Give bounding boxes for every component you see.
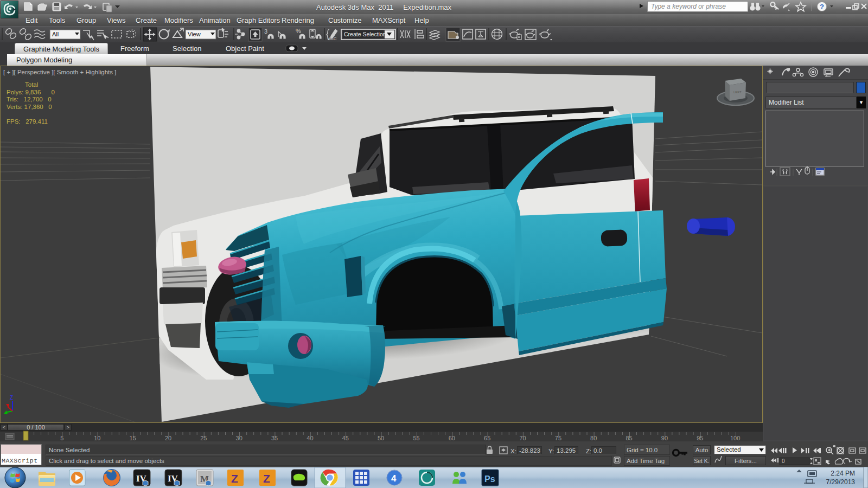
svg-text:LEFT: LEFT [733,91,742,94]
svg-text:60: 60 [449,435,455,441]
svg-text:45: 45 [342,435,349,441]
svg-text:85: 85 [626,435,633,441]
svg-text:0: 0 [782,458,785,464]
svg-text:25: 25 [200,435,207,441]
svg-text:90: 90 [661,435,668,441]
svg-text:50: 50 [378,435,384,441]
svg-text:4: 4 [391,473,397,484]
svg-text:40: 40 [307,435,313,441]
svg-text:80: 80 [590,435,597,441]
svg-text:3: 3 [264,28,267,35]
svg-text:35: 35 [271,435,278,441]
svg-text:55: 55 [413,435,419,441]
svg-text:Z: Z [10,395,13,401]
svg-text:%: % [296,28,301,34]
svg-text:All: All [52,31,59,37]
svg-text:Z: Z [231,472,238,485]
svg-text:75: 75 [555,435,561,441]
svg-text:95: 95 [697,435,703,441]
svg-text:Ps: Ps [484,474,495,484]
svg-text:?: ? [820,3,824,11]
svg-text:Create Selection S: Create Selection S [344,31,392,37]
svg-text:View: View [188,31,201,37]
svg-text:15: 15 [130,435,136,441]
svg-text:70: 70 [519,435,526,441]
svg-text:Z: Z [263,472,270,485]
svg-text:10: 10 [94,435,100,441]
svg-text:ABC: ABC [328,36,337,41]
svg-text:20: 20 [165,435,171,441]
svg-text:30: 30 [236,435,242,441]
svg-text:5: 5 [60,435,63,441]
svg-text:65: 65 [484,435,490,441]
svg-text:100: 100 [730,435,740,441]
